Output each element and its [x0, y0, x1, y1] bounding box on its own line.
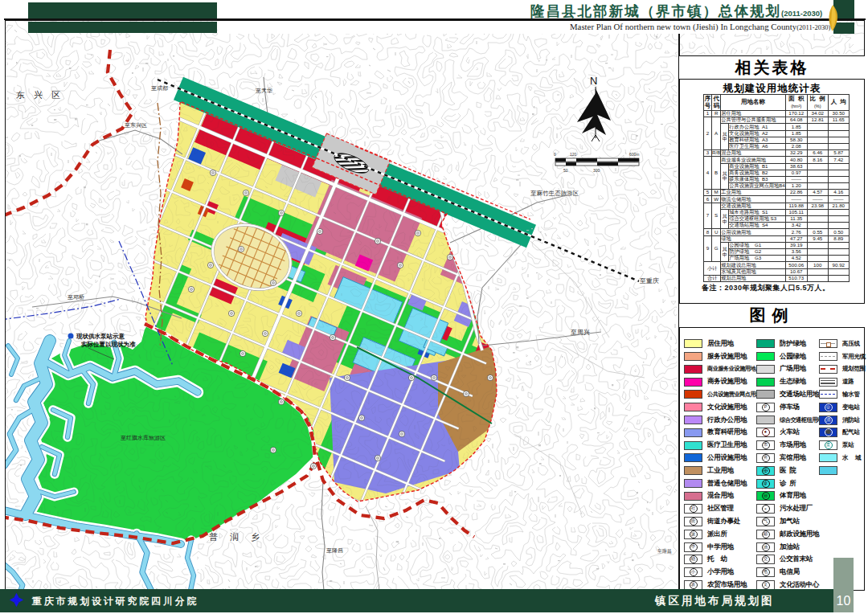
- svg-text:至邓桥: 至邓桥: [68, 294, 84, 301]
- svg-text:现状供水泵站示意: 现状供水泵站示意: [76, 333, 125, 340]
- svg-text:至麻竹生态旅游区: 至麻竹生态旅游区: [530, 190, 579, 197]
- svg-text:0: 0: [554, 152, 556, 157]
- svg-text:至红旗水库旅游区: 至红旗水库旅游区: [121, 435, 166, 441]
- svg-text:50: 50: [563, 168, 568, 173]
- svg-text:东 兴 区: 东 兴 区: [16, 90, 63, 100]
- svg-text:至天华: 至天华: [256, 88, 272, 94]
- svg-text:至东兴区: 至东兴区: [125, 122, 147, 129]
- svg-text:至周兴: 至周兴: [571, 329, 590, 336]
- svg-text:N: N: [590, 75, 597, 87]
- svg-text:至重庆: 至重庆: [640, 277, 659, 284]
- svg-text:至成都: 至成都: [151, 85, 168, 92]
- svg-text:实际位置以现状为准: 实际位置以现状为准: [81, 341, 136, 348]
- svg-text:至隆昌: 至隆昌: [326, 547, 343, 554]
- svg-text:普 润 乡: 普 润 乡: [209, 532, 264, 542]
- svg-text:至隆昌: 至隆昌: [657, 548, 672, 555]
- svg-text:300: 300: [593, 168, 600, 173]
- svg-text:120: 120: [570, 152, 577, 157]
- svg-text:600m: 600m: [629, 152, 640, 157]
